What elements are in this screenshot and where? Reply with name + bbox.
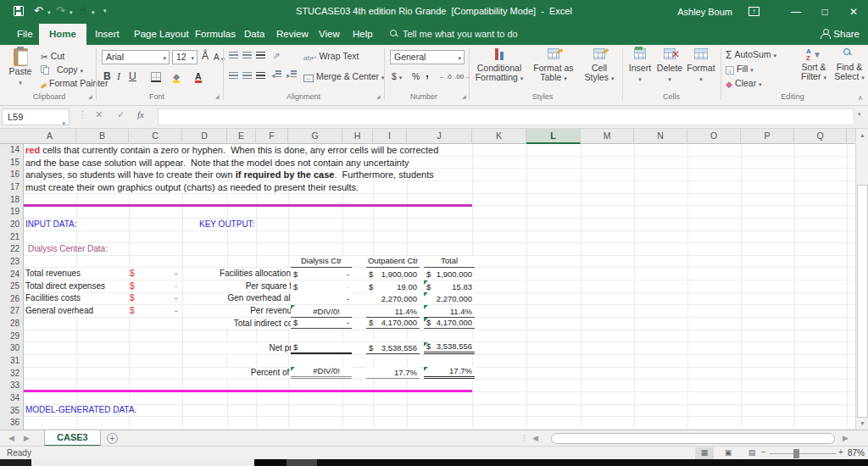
cell-row26-label[interactable]: Facilities costs <box>25 293 81 302</box>
clear-button[interactable]: ◆Clear ▾ <box>726 77 762 90</box>
cell-j24[interactable]: $1,900,000 <box>424 268 475 280</box>
new-sheet-icon[interactable]: + <box>107 433 118 444</box>
column-header-M[interactable]: M <box>581 129 634 144</box>
page-layout-view-icon[interactable]: ▣ <box>719 447 737 459</box>
cell-i27[interactable]: 11.4% <box>366 305 420 317</box>
cell-j32[interactable]: 17.7% <box>424 367 475 379</box>
expand-formula-bar-icon[interactable]: ▾ <box>858 111 861 118</box>
cell-j25[interactable]: $15.83 <box>424 280 475 292</box>
column-header-H[interactable]: H <box>342 129 373 144</box>
row-header-33[interactable]: 33 <box>0 380 23 392</box>
scroll-up-icon[interactable]: ▲ <box>856 132 868 138</box>
cell-g25[interactable]: $- <box>291 280 352 292</box>
insert-cells-button[interactable]: Insert▾ <box>626 48 654 83</box>
grow-font-icon[interactable]: Å <box>202 50 209 63</box>
cell-j28[interactable]: $4,170,000 <box>424 317 475 329</box>
column-header-K[interactable]: K <box>472 129 526 144</box>
cell-label-percent-of-rev[interactable]: Percent of rev <box>185 368 303 377</box>
minimize-button[interactable]: — <box>782 0 810 24</box>
column-header-N[interactable]: N <box>634 129 687 144</box>
align-top-icon[interactable] <box>229 52 238 59</box>
vertical-scrollbar[interactable]: ▲ ▼ <box>855 129 868 430</box>
cell-i26[interactable]: 2,270,000 <box>366 292 420 304</box>
formula-input[interactable] <box>158 108 854 125</box>
cell-row27-cur[interactable]: $ <box>130 306 135 315</box>
sheet-prev-icon[interactable]: ◀ <box>8 434 14 442</box>
tell-me-search[interactable]: Tell me what you want to do <box>390 24 518 45</box>
fill-button[interactable]: ↓Fill ▾ <box>726 63 754 75</box>
cell-i32[interactable]: 17.7% <box>366 367 420 379</box>
column-header-F[interactable]: F <box>256 129 288 144</box>
number-format-select[interactable]: General▾ <box>390 50 465 64</box>
cell-g26[interactable]: - <box>291 292 352 304</box>
row-header-36[interactable]: 36 <box>0 417 23 430</box>
cell-label-total-indirect[interactable]: Total indirect costs <box>185 319 303 328</box>
column-header-J[interactable]: J <box>407 129 472 144</box>
percent-style-button[interactable]: % <box>412 70 420 83</box>
borders-icon[interactable] <box>151 72 161 82</box>
page-break-view-icon[interactable]: ▤ <box>743 447 761 459</box>
accounting-format-button[interactable]: $ ▾ <box>392 70 402 83</box>
underline-button[interactable]: U <box>129 70 136 83</box>
font-color-icon[interactable]: A <box>195 70 202 83</box>
collapse-ribbon-icon[interactable]: ∧ <box>858 94 863 102</box>
cell-a15[interactable]: and the base case solution will appear. … <box>25 158 409 168</box>
increase-indent-icon[interactable]: ▸ <box>287 69 297 82</box>
cell-i30[interactable]: $3,538,556 <box>366 342 420 354</box>
column-header-O[interactable]: O <box>687 129 741 144</box>
cell-j27[interactable]: 11.4% <box>424 305 475 317</box>
zoom-out-icon[interactable]: − <box>761 447 766 457</box>
row-header-17[interactable]: 17 <box>0 181 23 194</box>
cell-row26-val[interactable]: - <box>175 293 177 302</box>
cell-label-per-square-foot[interactable]: Per square foot <box>185 281 303 291</box>
cell-a14[interactable]: red cells that currently contain a zero … <box>25 145 438 155</box>
row-header-22[interactable]: 22 <box>0 243 23 256</box>
cell-label-facilities-allocation[interactable]: Facilities allocation ($) <box>185 269 303 278</box>
tab-home[interactable]: Home <box>39 24 86 45</box>
user-name[interactable]: Ashley Boum <box>677 7 732 17</box>
cell-i25[interactable]: $19.00 <box>366 280 420 292</box>
row-header-18[interactable]: 18 <box>0 194 23 207</box>
cell-section-label[interactable]: Dialysis Center Data: <box>28 244 108 253</box>
orientation-icon[interactable]: ⇗ <box>273 49 281 62</box>
sheet-next-icon[interactable]: ▶ <box>24 434 30 442</box>
zoom-percentage[interactable]: 87% <box>848 448 865 458</box>
conditional-formatting-button[interactable]: ConditionalFormatting ▾ <box>471 48 527 83</box>
delete-cells-button[interactable]: ✕ Delete▾ <box>654 48 685 83</box>
row-header-28[interactable]: 28 <box>0 318 23 330</box>
column-header-G[interactable]: G <box>288 129 342 144</box>
cell-input-data-label[interactable]: INPUT DATA: <box>25 219 77 229</box>
font-dialog-launcher-icon[interactable]: ◢ <box>215 93 220 99</box>
namebox-splitter-icon[interactable]: ⋮ <box>78 109 87 120</box>
cell-g32[interactable]: #DIV/0! <box>291 367 352 379</box>
cell-i28[interactable]: $4,170,000 <box>366 317 420 329</box>
table-header-total[interactable]: Total <box>424 256 475 268</box>
align-bottom-icon[interactable] <box>256 52 265 59</box>
column-header-Q[interactable]: Q <box>794 129 847 144</box>
share-button[interactable]: Share <box>821 24 860 45</box>
font-name-select[interactable]: Arial▾ <box>102 50 170 64</box>
row-header-34[interactable]: 34 <box>0 392 23 405</box>
insert-function-icon[interactable]: fx <box>137 109 144 119</box>
clipboard-dialog-launcher-icon[interactable]: ◢ <box>88 93 92 99</box>
row-header-30[interactable]: 30 <box>0 342 23 355</box>
cell-label-net-profit[interactable]: Net profit <box>185 343 303 352</box>
cell-j26[interactable]: 2,270,000 <box>424 292 475 304</box>
row-header-20[interactable]: 20 <box>0 219 23 231</box>
column-header-B[interactable]: B <box>76 129 129 144</box>
format-cells-button[interactable]: Format▾ <box>685 48 717 83</box>
tab-insert[interactable]: Insert <box>85 24 130 45</box>
name-box[interactable]: L59▾ <box>2 108 70 125</box>
cell-g24[interactable]: $- <box>291 268 352 280</box>
hscroll-left-icon[interactable]: ◀ <box>532 434 538 442</box>
format-painter-button[interactable]: Format Painter <box>41 77 108 90</box>
column-header-L[interactable]: L <box>526 129 581 144</box>
fill-color-icon[interactable]: ◆ <box>173 70 180 83</box>
cell-row27-val[interactable]: - <box>175 306 177 315</box>
column-header-E[interactable]: E <box>227 129 256 144</box>
sheet-tab-case3[interactable]: CASE3 <box>44 430 101 447</box>
cell-j30[interactable]: $3,538,556 <box>424 342 475 354</box>
cell-model-generated-label[interactable]: MODEL-GENERATED DATA. <box>25 405 136 414</box>
cell-row24-cur[interactable]: $ <box>130 269 135 278</box>
cell-row25-val[interactable]: - <box>175 281 177 291</box>
